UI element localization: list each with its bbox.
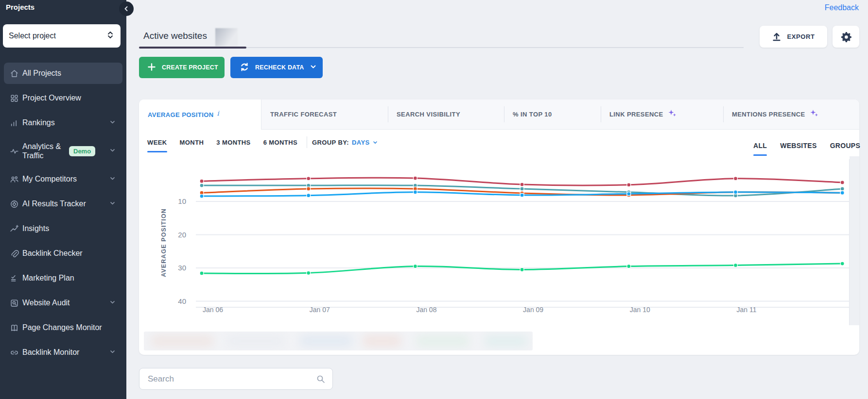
tab-search-visibility[interactable]: SEARCH VISIBILITY: [388, 100, 504, 129]
sidebar-item-website-audit[interactable]: Website Audit: [4, 292, 122, 314]
plus-icon: [147, 63, 156, 73]
sidebar-item-rankings[interactable]: Rankings: [4, 112, 122, 133]
tab-label: MENTIONS PRESENCE: [732, 111, 805, 118]
tab-average-position[interactable]: AVERAGE POSITIONi: [139, 100, 261, 130]
svg-text:Jan 10: Jan 10: [630, 306, 650, 314]
sidebar-item-label: Marketing Plan: [22, 273, 116, 283]
sidebar-item-my-competitors[interactable]: My Competitors: [4, 168, 122, 190]
project-select-dropdown[interactable]: Select project: [3, 24, 121, 48]
svg-text:30: 30: [178, 264, 186, 272]
scope-all[interactable]: ALL: [753, 142, 767, 150]
sidebar-collapse-button[interactable]: [119, 1, 134, 16]
recheck-data-button[interactable]: RECHECK DATA: [230, 57, 323, 78]
ai-sparkle-icon: [809, 109, 819, 119]
range-week[interactable]: WEEK: [147, 139, 167, 146]
sidebar-item-label: All Projects: [22, 68, 116, 78]
svg-text:AVERAGE POSITION: AVERAGE POSITION: [160, 208, 167, 277]
group-by-value[interactable]: DAYS: [352, 139, 378, 146]
tab-row-divider: [246, 47, 744, 48]
range-3-months[interactable]: 3 MONTHS: [216, 139, 250, 146]
metrics-card: AVERAGE POSITIONiTRAFFIC FORECASTSEARCH …: [139, 100, 859, 355]
tab-link-presence[interactable]: LINK PRESENCE: [601, 100, 723, 129]
active-tab-underline: [139, 47, 246, 49]
tab-traffic-forecast[interactable]: TRAFFIC FORECAST: [261, 100, 388, 129]
app-root: Projects Select project All ProjectsProj…: [0, 0, 868, 399]
svg-text:Jan 06: Jan 06: [203, 306, 223, 314]
sidebar-item-page-changes-monitor[interactable]: Page Changes Monitor: [4, 317, 122, 338]
select-updown-icon: [107, 31, 114, 41]
sidebar-item-ai-results-tracker[interactable]: AI Results Tracker: [4, 193, 122, 215]
active-websites-tab[interactable]: Active websites: [143, 31, 207, 41]
blurred-legend: [144, 332, 533, 350]
create-project-label: CREATE PROJECT: [162, 64, 218, 71]
sidebar-item-backlink-checker[interactable]: Backlink Checker: [4, 243, 122, 264]
demo-badge: Demo: [69, 146, 95, 156]
sidebar-item-label: AI Results Tracker: [22, 199, 109, 208]
svg-text:10: 10: [178, 197, 186, 205]
sidebar-item-label: Rankings: [22, 118, 109, 127]
sidebar-item-label: Analytics & Traffic: [22, 142, 67, 160]
range-month[interactable]: MONTH: [180, 139, 204, 146]
info-icon: i: [217, 110, 219, 117]
tab-label: SEARCH VISIBILITY: [397, 111, 460, 118]
settings-button[interactable]: [833, 26, 859, 48]
tab-mentions-presence[interactable]: MENTIONS PRESENCE: [723, 100, 859, 129]
search-box: [139, 368, 333, 390]
sidebar-item-label: Project Overview: [22, 93, 116, 102]
refresh-icon: [240, 62, 249, 73]
pages-icon: [9, 322, 19, 333]
sidebar-item-label: Backlink Checker: [22, 249, 116, 258]
export-button[interactable]: EXPORT: [760, 26, 827, 48]
gear-icon: [840, 31, 852, 43]
toolbar-divider: [307, 136, 307, 148]
range-group: WEEKMONTH3 MONTHS6 MONTHS: [147, 139, 310, 146]
sidebar-item-analytics-traffic[interactable]: Analytics & TrafficDemo: [4, 137, 122, 165]
sidebar-title: Projects: [6, 3, 35, 11]
insights-icon: [9, 223, 19, 234]
sidebar-item-project-overview[interactable]: Project Overview: [4, 87, 122, 109]
tab-label: TRAFFIC FORECAST: [270, 111, 337, 118]
sidebar-item-label: Backlink Monitor: [22, 348, 109, 357]
group-by-label: GROUP BY:: [312, 139, 349, 146]
svg-text:Jan 07: Jan 07: [310, 306, 330, 314]
chevron-down-icon: [109, 299, 116, 307]
home-icon: [9, 68, 19, 79]
sidebar-item-label: My Competitors: [22, 174, 109, 183]
tab--in-top-10[interactable]: % IN TOP 10: [504, 100, 601, 129]
ai-target-icon: [9, 199, 19, 209]
sidebar-item-insights[interactable]: Insights: [4, 218, 122, 239]
recheck-dropdown-chevron[interactable]: [310, 64, 316, 71]
metric-tabs: AVERAGE POSITIONiTRAFFIC FORECASTSEARCH …: [139, 100, 859, 130]
create-project-button[interactable]: CREATE PROJECT: [139, 57, 225, 78]
audit-icon: [9, 298, 19, 308]
sidebar-item-backlink-monitor[interactable]: Backlink Monitor: [4, 342, 122, 363]
sidebar-item-label: Website Audit: [22, 298, 109, 307]
sidebar-item-marketing-plan[interactable]: Marketing Plan: [4, 267, 122, 289]
search-input[interactable]: [148, 374, 316, 384]
svg-text:Jan 08: Jan 08: [416, 306, 436, 314]
sidebar: Projects Select project All ProjectsProj…: [0, 0, 126, 399]
scope-group: ALLWEBSITESGROUPS: [753, 142, 860, 150]
svg-text:20: 20: [178, 231, 186, 239]
tab-label: LINK PRESENCE: [609, 111, 663, 118]
search-icon: [316, 374, 326, 384]
scope-websites[interactable]: WEBSITES: [780, 142, 817, 150]
sidebar-item-label: Page Changes Monitor: [22, 323, 116, 332]
scope-groups[interactable]: GROUPS: [830, 142, 860, 150]
chevron-down-icon: [109, 147, 116, 155]
upload-icon: [772, 32, 781, 42]
bar-chart-icon: [9, 117, 19, 128]
chart-toolbar: WEEKMONTH3 MONTHS6 MONTHS GROUP BY:DAYS …: [139, 130, 859, 160]
range-6-months[interactable]: 6 MONTHS: [263, 139, 297, 146]
svg-text:Jan 11: Jan 11: [737, 306, 757, 314]
sidebar-menu: All ProjectsProject OverviewRankingsAnal…: [4, 63, 122, 363]
project-select-label: Select project: [9, 32, 107, 40]
chevron-down-icon: [109, 200, 116, 208]
svg-text:Jan 09: Jan 09: [523, 306, 543, 314]
chevron-down-icon: [109, 175, 116, 183]
sidebar-item-all-projects[interactable]: All Projects: [4, 63, 122, 84]
recheck-data-label: RECHECK DATA: [255, 64, 304, 71]
feedback-link[interactable]: Feedback: [825, 3, 859, 12]
blurred-count-chip: [215, 28, 238, 46]
activity-icon: [9, 146, 19, 156]
